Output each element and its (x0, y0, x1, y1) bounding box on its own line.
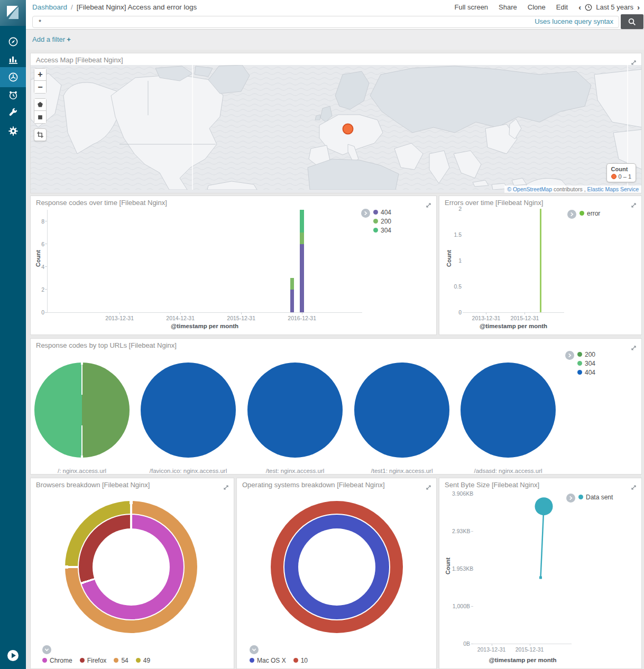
pie-/adsasd[interactable] (461, 363, 556, 458)
y-tick-mark (459, 209, 462, 209)
legend-item-54[interactable]: 54 (114, 656, 128, 665)
legend-item-Mac OS X[interactable]: Mac OS X (250, 656, 286, 665)
legend-toggle-icon[interactable] (565, 351, 574, 360)
pie-/test1[interactable] (354, 363, 449, 458)
legend-label: 304 (585, 360, 595, 367)
breadcrumb-dashboard-link[interactable]: Dashboard (32, 3, 67, 11)
legend-toggle-icon[interactable] (361, 209, 370, 218)
data-bubble[interactable] (535, 497, 553, 515)
expand-icon[interactable] (631, 58, 637, 64)
world-map-svg (31, 65, 641, 190)
error-line[interactable] (540, 209, 541, 312)
legend-item-error[interactable]: error (579, 209, 600, 218)
map-marker[interactable] (343, 124, 353, 134)
attribution-link[interactable]: © OpenStreetMap (507, 186, 552, 192)
x-axis-label: @timestamp per month (471, 657, 574, 663)
data-sent-line[interactable] (541, 506, 544, 578)
attribution-link[interactable]: Elastic Maps Service (587, 186, 639, 192)
header-actions: Full screenShareCloneEdit ‹ Last 5 years… (455, 0, 640, 14)
world-map[interactable]: + − Count 0 – 1 © Ope (31, 65, 641, 193)
sidebar-item-dashboard[interactable] (0, 67, 26, 87)
pie-/favicon.ico[interactable] (141, 363, 236, 458)
y-axis-label: Count (445, 550, 451, 582)
sidebar-nav (0, 0, 26, 669)
search-input[interactable] (32, 16, 619, 28)
action-clone[interactable]: Clone (528, 3, 546, 11)
time-back-icon[interactable]: ‹ (578, 3, 581, 12)
sidebar-item-dev-tools[interactable] (0, 103, 26, 123)
legend-item-Data sent[interactable]: Data sent (578, 493, 613, 501)
add-filter-button[interactable]: Add a filter+ (32, 35, 71, 43)
legend-item-Chrome[interactable]: Chrome (42, 656, 72, 665)
time-forward-icon[interactable]: › (637, 3, 640, 12)
legend-item-200[interactable]: 200 (577, 350, 595, 359)
zoom-out-button[interactable]: − (34, 81, 47, 94)
pie-label: /test: nginx.access.url (266, 468, 325, 474)
pie-label: /favicon.ico: nginx.access.url (150, 468, 227, 474)
legend-item-304[interactable]: 304 (373, 226, 391, 235)
map-attribution: © OpenStreetMap contributors , Elastic M… (504, 185, 641, 193)
legend-label: 404 (585, 369, 595, 376)
compass-icon (8, 36, 19, 47)
lucene-syntax-link[interactable]: Uses lucene query syntax (535, 17, 613, 25)
panel-os-breakdown: Operating systems breakdown [Filebeat Ng… (236, 478, 437, 669)
legend-dot (136, 658, 141, 663)
x-tick-label: 2015-12-31 (227, 315, 255, 321)
action-edit[interactable]: Edit (556, 3, 568, 11)
y-tick-label: 2 (26, 286, 44, 293)
chart-legend: ChromeFirefox5449 (42, 656, 150, 665)
y-tick-label: 1.5 (444, 231, 462, 238)
search-icon (628, 17, 637, 26)
draw-polygon-button[interactable] (34, 98, 47, 111)
axis-line (47, 210, 48, 312)
clock-icon (585, 4, 592, 11)
legend-collapse-icon[interactable] (42, 645, 51, 654)
y-tick-label: 0.5 (444, 283, 462, 290)
legend-toggle-icon[interactable] (567, 210, 576, 219)
legend-toggle-icon[interactable] (566, 494, 575, 503)
panel-title: Access Map [Filebeat Nginx] (36, 56, 123, 64)
action-share[interactable]: Share (499, 3, 517, 11)
legend-items: 404200304 (373, 208, 391, 235)
legend-dot (579, 211, 584, 216)
bar-200[interactable] (300, 233, 304, 244)
bar-404[interactable] (290, 290, 294, 312)
legend-item-200[interactable]: 200 (373, 217, 391, 226)
sidebar-item-visualize[interactable] (0, 49, 26, 69)
search-button[interactable] (621, 14, 643, 29)
fit-bounds-button[interactable] (34, 128, 47, 141)
draw-rectangle-button[interactable] (34, 111, 47, 124)
dashboard-icon (8, 72, 19, 82)
legend-item-404[interactable]: 404 (577, 368, 595, 377)
kibana-logo[interactable] (0, 0, 26, 26)
legend-label: 304 (381, 227, 391, 234)
page-title: [Filebeat Nginx] Access and error logs (77, 3, 197, 11)
bar-304[interactable] (300, 210, 304, 233)
axis-line (47, 312, 362, 313)
bar-404[interactable] (300, 244, 304, 312)
legend-label: 49 (143, 657, 150, 664)
y-tick-mark (45, 289, 47, 290)
sidebar-item-management[interactable] (0, 121, 26, 141)
collapse-nav-button[interactable] (0, 649, 26, 662)
data-point[interactable] (539, 577, 542, 579)
legend-collapse-icon[interactable] (250, 645, 259, 654)
x-tick-mark (525, 312, 525, 314)
time-range-label[interactable]: Last 5 years (596, 3, 633, 11)
legend-item-10[interactable]: 10 (293, 656, 308, 665)
legend-item-Firefox[interactable]: Firefox (80, 656, 107, 665)
legend-item-404[interactable]: 404 (373, 208, 391, 217)
legend-label: Chrome (50, 657, 72, 664)
legend-item-49[interactable]: 49 (136, 656, 150, 665)
y-tick-mark (45, 221, 47, 221)
legend-item-304[interactable]: 304 (577, 359, 595, 368)
action-full-screen[interactable]: Full screen (455, 3, 489, 11)
gear-icon (8, 126, 19, 136)
y-tick-mark (459, 235, 462, 235)
timelion-icon (8, 90, 19, 100)
bar-200[interactable] (290, 278, 294, 290)
pie-/[interactable] (34, 363, 130, 458)
zoom-in-button[interactable]: + (34, 68, 47, 81)
pie-/test[interactable] (247, 363, 343, 458)
legend-label: Firefox (87, 657, 107, 664)
